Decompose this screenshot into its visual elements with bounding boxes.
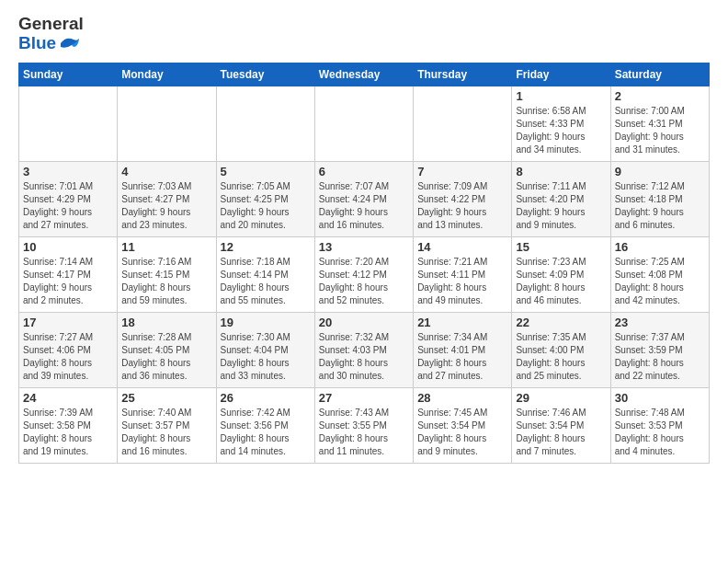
calendar-cell: 8Sunrise: 7:11 AM Sunset: 4:20 PM Daylig…: [512, 161, 610, 236]
logo: General Blue: [18, 15, 84, 53]
calendar-cell: 7Sunrise: 7:09 AM Sunset: 4:22 PM Daylig…: [414, 161, 512, 236]
logo-container: General Blue: [18, 15, 84, 53]
day-number: 16: [615, 240, 705, 254]
day-info: Sunrise: 7:12 AM Sunset: 4:18 PM Dayligh…: [615, 180, 705, 232]
day-info: Sunrise: 7:05 AM Sunset: 4:25 PM Dayligh…: [221, 180, 311, 232]
day-info: Sunrise: 7:32 AM Sunset: 4:03 PM Dayligh…: [319, 331, 409, 383]
weekday-header: Thursday: [414, 63, 512, 86]
calendar-week-row: 24Sunrise: 7:39 AM Sunset: 3:58 PM Dayli…: [19, 387, 710, 463]
calendar-cell: 24Sunrise: 7:39 AM Sunset: 3:58 PM Dayli…: [19, 387, 118, 463]
calendar-cell: 17Sunrise: 7:27 AM Sunset: 4:06 PM Dayli…: [19, 312, 118, 387]
calendar-cell: [19, 86, 118, 161]
day-info: Sunrise: 7:28 AM Sunset: 4:05 PM Dayligh…: [121, 331, 211, 383]
calendar-table: SundayMondayTuesdayWednesdayThursdayFrid…: [18, 63, 710, 464]
logo-blue-text: Blue: [18, 34, 84, 53]
calendar-cell: 4Sunrise: 7:03 AM Sunset: 4:27 PM Daylig…: [118, 161, 216, 236]
day-info: Sunrise: 6:58 AM Sunset: 4:33 PM Dayligh…: [516, 105, 606, 156]
day-info: Sunrise: 7:35 AM Sunset: 4:00 PM Dayligh…: [516, 331, 606, 383]
weekday-header: Tuesday: [216, 63, 314, 86]
weekday-header: Friday: [512, 63, 610, 86]
calendar-cell: 16Sunrise: 7:25 AM Sunset: 4:08 PM Dayli…: [610, 236, 709, 312]
calendar-week-row: 10Sunrise: 7:14 AM Sunset: 4:17 PM Dayli…: [19, 236, 710, 312]
calendar-cell: 23Sunrise: 7:37 AM Sunset: 3:59 PM Dayli…: [610, 312, 709, 387]
day-info: Sunrise: 7:46 AM Sunset: 3:54 PM Dayligh…: [516, 407, 606, 458]
logo-text: General Blue: [18, 15, 84, 53]
weekday-header: Saturday: [610, 63, 709, 86]
day-number: 30: [615, 391, 705, 405]
day-info: Sunrise: 7:21 AM Sunset: 4:11 PM Dayligh…: [417, 256, 507, 307]
day-number: 19: [221, 316, 311, 329]
day-number: 5: [221, 165, 311, 178]
calendar-week-row: 3Sunrise: 7:01 AM Sunset: 4:29 PM Daylig…: [19, 161, 710, 236]
calendar-cell: 25Sunrise: 7:40 AM Sunset: 3:57 PM Dayli…: [118, 387, 216, 463]
calendar-cell: 27Sunrise: 7:43 AM Sunset: 3:55 PM Dayli…: [314, 387, 413, 463]
day-info: Sunrise: 7:01 AM Sunset: 4:29 PM Dayligh…: [23, 180, 113, 232]
day-number: 26: [221, 391, 311, 405]
calendar-week-row: 1Sunrise: 6:58 AM Sunset: 4:33 PM Daylig…: [19, 86, 710, 161]
calendar-cell: [216, 86, 314, 161]
day-number: 18: [121, 316, 211, 329]
day-info: Sunrise: 7:40 AM Sunset: 3:57 PM Dayligh…: [121, 407, 211, 458]
calendar-cell: [118, 86, 216, 161]
calendar-cell: [414, 86, 512, 161]
calendar-cell: 1Sunrise: 6:58 AM Sunset: 4:33 PM Daylig…: [512, 86, 610, 161]
day-number: 12: [221, 240, 311, 254]
calendar-page: General Blue SundayMondayTuesdayWednesda…: [0, 0, 728, 473]
calendar-cell: 28Sunrise: 7:45 AM Sunset: 3:54 PM Dayli…: [414, 387, 512, 463]
day-info: Sunrise: 7:23 AM Sunset: 4:09 PM Dayligh…: [516, 256, 606, 307]
day-info: Sunrise: 7:39 AM Sunset: 3:58 PM Dayligh…: [23, 407, 113, 458]
calendar-cell: 18Sunrise: 7:28 AM Sunset: 4:05 PM Dayli…: [118, 312, 216, 387]
day-number: 21: [417, 316, 507, 329]
calendar-cell: 22Sunrise: 7:35 AM Sunset: 4:00 PM Dayli…: [512, 312, 610, 387]
calendar-cell: 3Sunrise: 7:01 AM Sunset: 4:29 PM Daylig…: [19, 161, 118, 236]
weekday-header: Wednesday: [314, 63, 413, 86]
bird-icon: [59, 36, 79, 51]
logo-general-text: General: [18, 15, 84, 34]
day-info: Sunrise: 7:45 AM Sunset: 3:54 PM Dayligh…: [417, 407, 507, 458]
calendar-cell: 29Sunrise: 7:46 AM Sunset: 3:54 PM Dayli…: [512, 387, 610, 463]
day-info: Sunrise: 7:00 AM Sunset: 4:31 PM Dayligh…: [615, 105, 705, 156]
calendar-cell: 9Sunrise: 7:12 AM Sunset: 4:18 PM Daylig…: [610, 161, 709, 236]
calendar-cell: 5Sunrise: 7:05 AM Sunset: 4:25 PM Daylig…: [216, 161, 314, 236]
day-info: Sunrise: 7:16 AM Sunset: 4:15 PM Dayligh…: [121, 256, 211, 307]
day-number: 1: [516, 89, 606, 103]
calendar-cell: 15Sunrise: 7:23 AM Sunset: 4:09 PM Dayli…: [512, 236, 610, 312]
day-info: Sunrise: 7:27 AM Sunset: 4:06 PM Dayligh…: [23, 331, 113, 383]
day-number: 11: [121, 240, 211, 254]
weekday-header: Sunday: [19, 63, 118, 86]
day-info: Sunrise: 7:09 AM Sunset: 4:22 PM Dayligh…: [417, 180, 507, 232]
day-number: 6: [319, 165, 409, 178]
day-number: 25: [121, 391, 211, 405]
day-number: 7: [417, 165, 507, 178]
day-info: Sunrise: 7:25 AM Sunset: 4:08 PM Dayligh…: [615, 256, 705, 307]
day-info: Sunrise: 7:18 AM Sunset: 4:14 PM Dayligh…: [221, 256, 311, 307]
day-info: Sunrise: 7:37 AM Sunset: 3:59 PM Dayligh…: [615, 331, 705, 383]
calendar-cell: 21Sunrise: 7:34 AM Sunset: 4:01 PM Dayli…: [414, 312, 512, 387]
calendar-cell: 26Sunrise: 7:42 AM Sunset: 3:56 PM Dayli…: [216, 387, 314, 463]
weekday-header: Monday: [118, 63, 216, 86]
calendar-cell: 20Sunrise: 7:32 AM Sunset: 4:03 PM Dayli…: [314, 312, 413, 387]
day-info: Sunrise: 7:34 AM Sunset: 4:01 PM Dayligh…: [417, 331, 507, 383]
day-number: 23: [615, 316, 705, 329]
day-info: Sunrise: 7:43 AM Sunset: 3:55 PM Dayligh…: [319, 407, 409, 458]
calendar-cell: [314, 86, 413, 161]
day-number: 22: [516, 316, 606, 329]
day-number: 2: [615, 89, 705, 103]
calendar-cell: 19Sunrise: 7:30 AM Sunset: 4:04 PM Dayli…: [216, 312, 314, 387]
day-number: 14: [417, 240, 507, 254]
day-number: 17: [23, 316, 113, 329]
day-number: 24: [23, 391, 113, 405]
day-info: Sunrise: 7:07 AM Sunset: 4:24 PM Dayligh…: [319, 180, 409, 232]
calendar-cell: 30Sunrise: 7:48 AM Sunset: 3:53 PM Dayli…: [610, 387, 709, 463]
header: General Blue: [18, 15, 710, 53]
calendar-week-row: 17Sunrise: 7:27 AM Sunset: 4:06 PM Dayli…: [19, 312, 710, 387]
day-number: 13: [319, 240, 409, 254]
calendar-cell: 13Sunrise: 7:20 AM Sunset: 4:12 PM Dayli…: [314, 236, 413, 312]
day-number: 9: [615, 165, 705, 178]
calendar-cell: 2Sunrise: 7:00 AM Sunset: 4:31 PM Daylig…: [610, 86, 709, 161]
calendar-cell: 6Sunrise: 7:07 AM Sunset: 4:24 PM Daylig…: [314, 161, 413, 236]
day-info: Sunrise: 7:20 AM Sunset: 4:12 PM Dayligh…: [319, 256, 409, 307]
day-number: 28: [417, 391, 507, 405]
day-info: Sunrise: 7:14 AM Sunset: 4:17 PM Dayligh…: [23, 256, 113, 307]
calendar-cell: 10Sunrise: 7:14 AM Sunset: 4:17 PM Dayli…: [19, 236, 118, 312]
